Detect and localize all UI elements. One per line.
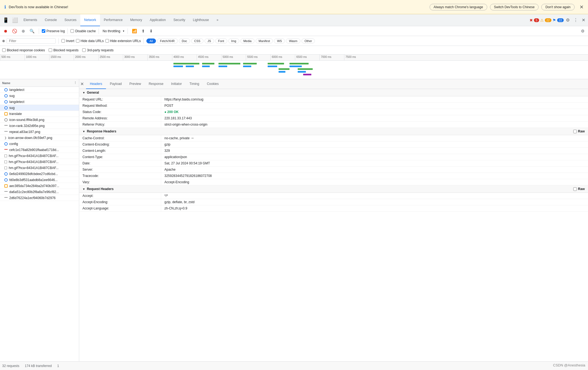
detail-close-btn[interactable]: ✕ — [80, 81, 84, 87]
download-icon-btn[interactable]: ⬇ — [148, 28, 154, 34]
timeline-tick: 7500 ms — [344, 55, 369, 60]
filter-chip-fetch/xhr[interactable]: Fetch/XHR — [157, 39, 178, 43]
device-toggle-icon[interactable]: 📱 — [1, 16, 10, 24]
filter-chip-wasm[interactable]: Wasm — [286, 39, 300, 43]
svg-rect-11 — [268, 63, 284, 64]
net-row-text: sug — [9, 94, 14, 98]
filter-chip-doc[interactable]: Doc — [179, 39, 190, 43]
tab-payload[interactable]: Payload — [106, 79, 125, 89]
list-item[interactable]: 0e6d2499028dfcbdee27cd6cbd... — [0, 171, 79, 177]
header-key: Cache-Control: — [79, 135, 161, 141]
list-item[interactable]: cefc1e178a82b901ffaabaf1718d... — [0, 147, 79, 153]
settings-icon-btn[interactable]: ⚙ — [564, 16, 571, 24]
request-headers-section-header[interactable]: ▼ Request Headers Raw — [79, 185, 588, 193]
tab-memory[interactable]: Memory — [126, 14, 146, 26]
tab-preview[interactable]: Preview — [126, 79, 145, 89]
hide-data-urls-checkbox[interactable] — [76, 39, 79, 43]
tab-security[interactable]: Security — [170, 14, 189, 26]
tab-console[interactable]: Console — [41, 14, 61, 26]
filter-chip-js[interactable]: JS — [205, 39, 214, 43]
disable-cache-checkbox[interactable] — [70, 29, 74, 33]
tab-timing[interactable]: Timing — [186, 79, 203, 89]
list-item[interactable]: hm.gif?hca=84341A1B487CBAF... — [0, 153, 79, 159]
request-raw-wrap[interactable]: Raw — [573, 187, 585, 191]
tab-lighthouse[interactable]: Lighthouse — [189, 14, 213, 26]
list-item[interactable]: sug — [0, 105, 79, 111]
list-item[interactable]: sug — [0, 93, 79, 99]
filter-chip-all[interactable]: All — [146, 39, 156, 43]
list-item[interactable]: hm.gif?hca=84341A1B487CBAF... — [0, 159, 79, 165]
record-btn[interactable]: ⏺ — [2, 28, 9, 34]
disable-cache-checkbox-wrap[interactable]: Disable cache — [70, 29, 96, 33]
list-item[interactable]: langdetect — [0, 99, 79, 105]
upload-icon-btn[interactable]: ⬆ — [140, 28, 146, 34]
filter-chip-manifest[interactable]: Manifest — [256, 39, 273, 43]
dont-show-again-btn[interactable]: Don't show again — [541, 4, 575, 10]
tab-response[interactable]: Response — [145, 79, 167, 89]
toolbar-settings-btn[interactable]: ⚙ — [580, 28, 586, 34]
clear-btn[interactable]: 🚫 — [11, 28, 19, 34]
tab-cookies[interactable]: Cookies — [203, 79, 222, 89]
response-headers-section-header[interactable]: ▼ Response Headers Raw — [79, 128, 588, 135]
list-item[interactable]: langdetect — [0, 87, 79, 93]
preserve-log-checkbox-wrap[interactable]: Preserve log — [42, 29, 65, 33]
filter-toggle-btn[interactable]: ⊕ — [20, 28, 26, 34]
request-raw-checkbox[interactable] — [573, 187, 577, 191]
tab-sources[interactable]: Sources — [61, 14, 80, 26]
hide-extension-urls-checkbox[interactable] — [105, 39, 109, 43]
blocked-requests-checkbox[interactable] — [49, 48, 52, 52]
tab-more[interactable]: » — [213, 14, 222, 26]
tab-initiator[interactable]: Initiator — [167, 79, 185, 89]
filter-input[interactable] — [7, 38, 56, 44]
tab-network[interactable]: Network — [80, 14, 100, 26]
filter-chip-css[interactable]: CSS — [191, 39, 203, 43]
list-item[interactable]: repeat.a83ac187.png — [0, 129, 79, 135]
search-btn[interactable]: 🔍 — [28, 28, 36, 34]
blocked-response-cookies-checkbox[interactable] — [2, 48, 6, 52]
tab-elements[interactable]: Elements — [20, 14, 41, 26]
list-item[interactable]: 2d6d76224a1ecf94060b7d2976 — [0, 195, 79, 201]
more-options-btn[interactable]: ⋮ — [572, 16, 580, 24]
list-item[interactable]: translate — [0, 111, 79, 117]
tab-headers[interactable]: Headers — [86, 79, 106, 89]
switch-to-chinese-btn[interactable]: Switch DevTools to Chinese — [490, 4, 539, 10]
response-raw-checkbox[interactable] — [573, 130, 577, 133]
list-item[interactable]: hm.gif?hca=84341A1B487CBAF... — [0, 165, 79, 171]
third-party-requests-checkbox[interactable] — [82, 48, 86, 52]
blocked-cookies-wrap[interactable]: Blocked response cookies — [2, 48, 45, 52]
list-item[interactable]: config — [0, 141, 79, 147]
timeline-tick: 1000 ms — [25, 55, 49, 60]
filter-chip-media[interactable]: Media — [240, 39, 255, 43]
throttle-select[interactable]: No throttling — [102, 29, 125, 34]
inspect-icon[interactable]: ⬜ — [10, 16, 20, 24]
resize-handle[interactable]: ⋮ — [74, 81, 77, 85]
tab-application[interactable]: Application — [146, 14, 170, 26]
invert-checkbox-wrap[interactable]: Invert — [61, 39, 74, 43]
list-item[interactable]: aec385da734e284ba2d740b397... — [0, 183, 79, 189]
list-item[interactable]: icon-sound.fff4e3b8.png — [0, 117, 79, 123]
filter-chip-img[interactable]: Img — [228, 39, 239, 43]
preserve-log-checkbox[interactable] — [42, 29, 45, 33]
wifi-icon-btn[interactable]: 📶 — [131, 28, 138, 34]
tab-performance[interactable]: Performance — [100, 14, 126, 26]
hide-data-urls-checkbox-wrap[interactable]: Hide data URLs — [76, 39, 104, 43]
filter-chip-font[interactable]: Font — [215, 39, 227, 43]
third-party-requests-wrap[interactable]: 3rd-party requests — [82, 48, 113, 52]
always-match-btn[interactable]: Always match Chrome's language — [430, 4, 487, 10]
info-bar-close-btn[interactable]: ✕ — [580, 4, 584, 10]
list-item[interactable]: da6a51c2ec80b2f8a8a7e96cf82... — [0, 189, 79, 195]
throttle-select-wrap[interactable]: No throttling — [102, 29, 125, 34]
response-raw-wrap[interactable]: Raw — [573, 129, 585, 133]
filter-chip-ws[interactable]: WS — [274, 39, 285, 43]
list-item[interactable]: fd0e8b3df531aabdb8a1ee6646... — [0, 177, 79, 183]
filter-chip-other[interactable]: Other — [302, 39, 315, 43]
invert-checkbox[interactable] — [61, 39, 65, 43]
blocked-requests-wrap[interactable]: Blocked requests — [49, 48, 78, 52]
hide-extension-urls-checkbox-wrap[interactable]: Hide extension URLs — [105, 39, 141, 43]
list-item[interactable]: icon-rank.32d2d95e.png — [0, 123, 79, 129]
general-section-header[interactable]: ▼ General — [79, 89, 588, 96]
edit-icon[interactable]: ✏ — [191, 137, 194, 140]
table-row: Content-Type: application/json — [79, 154, 588, 160]
devtools-close-btn[interactable]: ✕ — [580, 16, 587, 24]
list-item[interactable]: ❯icon-arrow-down.0fc59ef7.png — [0, 135, 79, 141]
